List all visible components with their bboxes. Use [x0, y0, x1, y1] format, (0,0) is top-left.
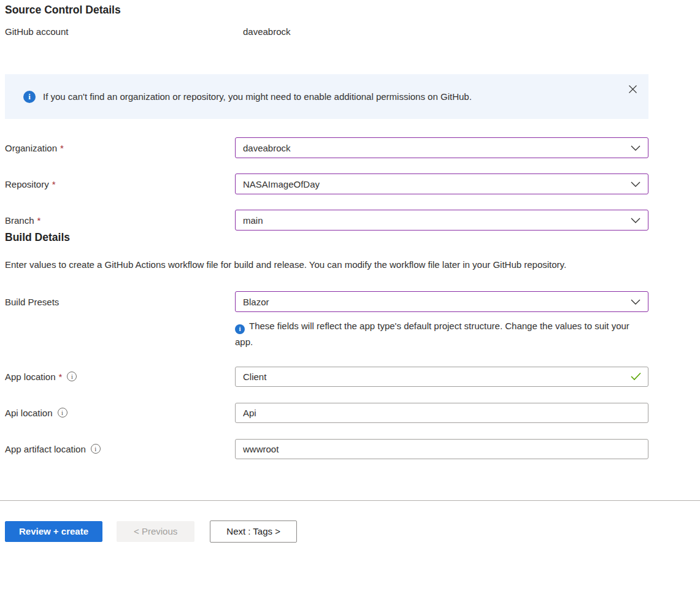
info-icon[interactable]	[91, 444, 101, 454]
branch-label: Branch *	[5, 215, 235, 226]
chevron-down-icon	[631, 145, 640, 151]
required-asterisk: *	[37, 215, 41, 226]
app-artifact-location-input[interactable]	[235, 439, 648, 459]
required-asterisk: *	[59, 372, 63, 382]
repository-row: Repository * NASAImageOfDay	[5, 173, 648, 194]
build-presets-label-text: Build Presets	[5, 297, 59, 307]
build-presets-row: Build Presets Blazor	[5, 291, 648, 312]
chevron-down-icon	[631, 299, 640, 305]
github-account-row: GitHub account daveabrock	[5, 26, 648, 37]
app-location-label-text: App location	[5, 372, 56, 382]
organization-row: Organization * daveabrock	[5, 137, 648, 158]
repository-dropdown-value: NASAImageOfDay	[243, 179, 320, 189]
build-presets-note: These fields will reflect the app type's…	[235, 318, 648, 349]
info-icon	[23, 91, 36, 103]
github-account-label: GitHub account	[5, 26, 235, 37]
api-location-label-text: Api location	[5, 408, 53, 418]
chevron-down-icon	[631, 181, 640, 187]
checkmark-icon	[631, 373, 641, 381]
build-presets-dropdown-value: Blazor	[243, 297, 269, 307]
app-artifact-location-label-text: App artifact location	[5, 444, 86, 454]
app-artifact-location-label: App artifact location	[5, 444, 235, 454]
repository-dropdown[interactable]: NASAImageOfDay	[235, 173, 648, 194]
api-location-input[interactable]	[235, 403, 648, 423]
info-icon[interactable]	[58, 408, 67, 418]
build-presets-dropdown[interactable]: Blazor	[235, 291, 648, 312]
previous-button[interactable]: < Previous	[117, 521, 194, 542]
repository-label: Repository *	[5, 179, 235, 189]
review-create-button[interactable]: Review + create	[5, 521, 102, 542]
repository-label-text: Repository	[5, 179, 49, 189]
info-banner: If you can't find an organization or rep…	[5, 74, 648, 119]
next-tags-button[interactable]: Next : Tags >	[210, 520, 297, 543]
organization-label-text: Organization	[5, 143, 57, 153]
branch-dropdown-value: main	[243, 215, 263, 226]
banner-close-button[interactable]	[626, 82, 640, 96]
api-location-label: Api location	[5, 408, 235, 418]
static-web-app-create-form: Source Control Details GitHub account da…	[0, 0, 700, 543]
info-banner-text: If you can't find an organization or rep…	[43, 91, 626, 102]
branch-dropdown[interactable]: main	[235, 210, 648, 231]
organization-label: Organization *	[5, 143, 235, 153]
build-presets-note-text: These fields will reflect the app type's…	[235, 321, 629, 347]
info-icon	[235, 324, 245, 334]
branch-label-text: Branch	[5, 215, 34, 226]
build-details-heading: Build Details	[5, 231, 648, 244]
build-presets-label: Build Presets	[5, 297, 235, 307]
close-icon	[628, 85, 637, 94]
chevron-down-icon	[631, 218, 640, 223]
branch-row: Branch * main	[5, 210, 648, 231]
app-artifact-location-row: App artifact location	[5, 439, 648, 459]
app-location-row: App location *	[5, 367, 648, 387]
info-icon[interactable]	[67, 372, 77, 381]
app-location-label: App location *	[5, 372, 235, 382]
footer-actions: Review + create < Previous Next : Tags >	[5, 520, 648, 543]
github-account-value: daveabrock	[235, 26, 291, 37]
organization-dropdown[interactable]: daveabrock	[235, 137, 648, 158]
source-control-details-heading: Source Control Details	[5, 3, 648, 17]
organization-dropdown-value: daveabrock	[243, 143, 291, 153]
api-location-row: Api location	[5, 403, 648, 423]
app-location-input[interactable]	[235, 367, 648, 387]
footer-divider	[0, 500, 700, 501]
required-asterisk: *	[60, 143, 64, 153]
required-asterisk: *	[52, 179, 56, 189]
build-details-description: Enter values to create a GitHub Actions …	[5, 256, 641, 273]
